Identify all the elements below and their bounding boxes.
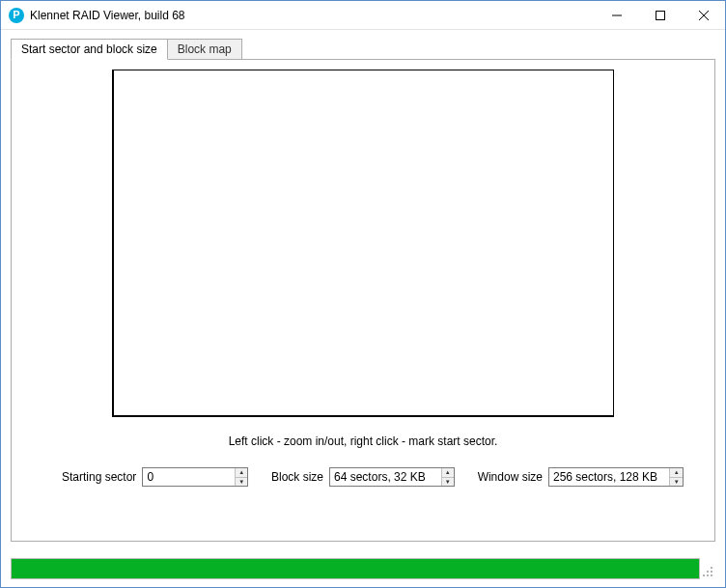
maximize-button[interactable] xyxy=(638,1,682,29)
svg-rect-1 xyxy=(656,11,664,19)
client-area: Start sector and block size Block map Le… xyxy=(1,30,725,542)
field-window-size: Window size ▲ ▼ xyxy=(478,467,684,487)
block-size-label: Block size xyxy=(271,470,323,484)
svg-point-9 xyxy=(711,567,712,569)
window-buttons xyxy=(595,1,725,29)
progress-bar xyxy=(11,558,700,579)
spin-up-icon[interactable]: ▲ xyxy=(236,468,247,478)
spin-up-icon[interactable]: ▲ xyxy=(442,468,454,478)
block-size-input[interactable] xyxy=(330,468,441,486)
spin-down-icon[interactable]: ▼ xyxy=(442,478,454,487)
tab-start-sector[interactable]: Start sector and block size xyxy=(11,39,168,60)
svg-point-4 xyxy=(711,574,712,576)
chart[interactable] xyxy=(112,70,614,417)
tab-panel: Left click - zoom in/out, right click - … xyxy=(11,59,715,542)
spin-down-icon[interactable]: ▼ xyxy=(670,478,683,487)
svg-point-7 xyxy=(703,574,705,576)
svg-point-5 xyxy=(707,574,709,576)
tab-label: Block map xyxy=(178,42,232,56)
titlebar: P Klennet RAID Viewer, build 68 xyxy=(1,1,725,30)
starting-sector-spinner[interactable]: ▲ ▼ xyxy=(142,467,248,487)
spin-up-icon[interactable]: ▲ xyxy=(670,468,683,478)
field-starting-sector: Starting sector ▲ ▼ xyxy=(62,467,248,487)
svg-point-6 xyxy=(711,571,712,573)
svg-point-8 xyxy=(707,571,709,573)
tab-label: Start sector and block size xyxy=(21,42,157,56)
form-row: Starting sector ▲ ▼ Block size ▲ ▼ xyxy=(23,467,703,487)
statusbar xyxy=(11,558,715,579)
spin-down-icon[interactable]: ▼ xyxy=(236,478,247,487)
field-block-size: Block size ▲ ▼ xyxy=(271,467,455,487)
starting-sector-label: Starting sector xyxy=(62,470,136,484)
tabstrip: Start sector and block size Block map xyxy=(11,38,715,59)
chart-hint: Left click - zoom in/out, right click - … xyxy=(23,434,703,448)
app-icon: P xyxy=(9,8,24,23)
minimize-button[interactable] xyxy=(595,1,638,29)
window-size-spinner[interactable]: ▲ ▼ xyxy=(548,467,684,487)
tab-block-map[interactable]: Block map xyxy=(168,39,242,60)
window-size-input[interactable] xyxy=(549,468,669,486)
window-title: Klennet RAID Viewer, build 68 xyxy=(30,9,595,22)
spin-buttons: ▲ ▼ xyxy=(235,468,247,486)
starting-sector-input[interactable] xyxy=(143,468,235,486)
resize-grip-icon[interactable] xyxy=(700,558,715,579)
block-size-spinner[interactable]: ▲ ▼ xyxy=(329,467,455,487)
close-button[interactable] xyxy=(682,1,725,29)
spin-buttons: ▲ ▼ xyxy=(669,468,683,486)
window-size-label: Window size xyxy=(478,470,543,484)
spin-buttons: ▲ ▼ xyxy=(441,468,454,486)
